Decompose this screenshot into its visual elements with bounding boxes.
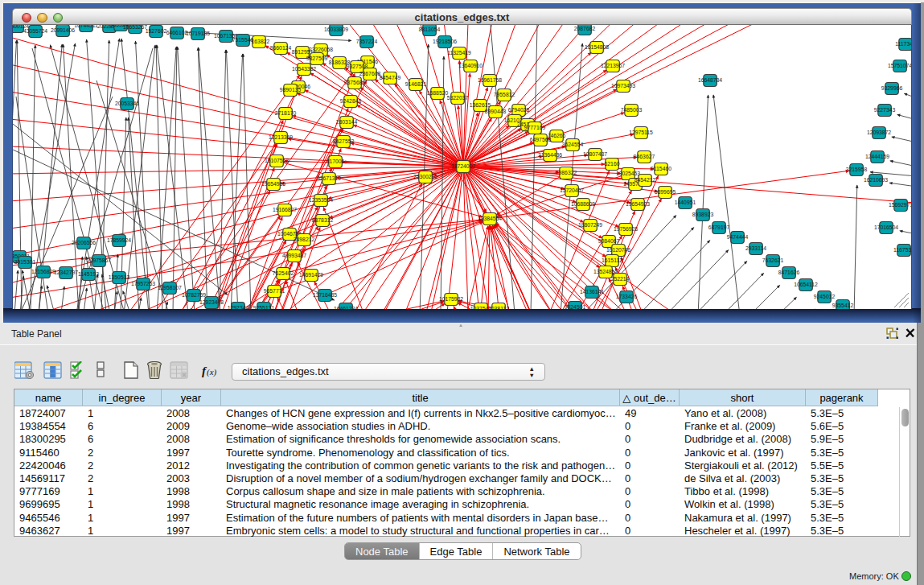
svg-text:1167534: 1167534 <box>893 247 911 253</box>
svg-text:1292344: 1292344 <box>228 305 249 309</box>
svg-text:6879197: 6879197 <box>708 225 730 230</box>
svg-text:16120746: 16120746 <box>606 247 630 253</box>
svg-text:10175982: 10175982 <box>439 296 463 302</box>
svg-text:1527602: 1527602 <box>146 28 167 34</box>
svg-text:1440951: 1440951 <box>675 200 696 205</box>
svg-text:2933114: 2933114 <box>745 245 766 251</box>
svg-text:10973493: 10973493 <box>611 83 635 89</box>
svg-text:9084067: 9084067 <box>598 238 620 244</box>
svg-text:(x): (x) <box>207 367 217 377</box>
svg-text:7632621: 7632621 <box>762 257 784 263</box>
svg-text:9463627: 9463627 <box>634 154 655 159</box>
svg-text:20975867: 20975867 <box>87 257 111 263</box>
svg-text:7955812: 7955812 <box>494 92 515 97</box>
svg-text:2803144: 2803144 <box>336 119 358 125</box>
svg-text:17016504: 17016504 <box>874 225 898 230</box>
svg-text:10654112: 10654112 <box>794 282 818 287</box>
svg-text:17859924: 17859924 <box>107 237 131 243</box>
svg-text:15720407: 15720407 <box>560 187 584 193</box>
svg-text:16033809: 16033809 <box>324 27 348 32</box>
svg-text:9375685: 9375685 <box>344 80 366 85</box>
svg-text:62160: 62160 <box>605 161 620 167</box>
svg-text:20991406: 20991406 <box>51 27 75 33</box>
svg-text:7485003: 7485003 <box>621 107 643 113</box>
svg-text:12213369: 12213369 <box>269 134 293 140</box>
svg-text:10653267: 10653267 <box>123 25 147 30</box>
svg-text:1117345: 1117345 <box>895 41 911 47</box>
svg-text:1588520: 1588520 <box>427 90 449 96</box>
svg-text:12923448: 12923448 <box>199 299 224 305</box>
svg-text:19166827: 19166827 <box>273 207 297 212</box>
svg-text:9657771: 9657771 <box>264 288 285 294</box>
svg-text:12213967: 12213967 <box>601 63 625 68</box>
svg-text:11325419: 11325419 <box>447 50 471 56</box>
svg-text:40993487: 40993487 <box>282 253 306 258</box>
svg-text:8427552: 8427552 <box>333 138 355 144</box>
svg-text:8454749: 8454749 <box>380 75 401 80</box>
svg-text:19384554: 19384554 <box>478 216 502 221</box>
svg-text:7357224: 7357224 <box>356 39 378 44</box>
svg-text:2087682: 2087682 <box>574 26 596 31</box>
svg-text:9777169: 9777169 <box>524 125 546 130</box>
svg-text:20206556: 20206556 <box>72 240 96 245</box>
svg-text:23226058: 23226058 <box>309 47 333 52</box>
svg-text:15751074: 15751074 <box>888 63 911 68</box>
svg-text:6466102: 6466102 <box>166 30 188 35</box>
svg-text:10807487: 10807487 <box>583 151 607 157</box>
svg-text:9890135: 9890135 <box>280 87 302 93</box>
svg-text:16154808: 16154808 <box>585 44 609 50</box>
svg-text:3624554: 3624554 <box>562 142 584 147</box>
svg-text:9255131: 9255131 <box>253 305 275 309</box>
svg-text:12353594: 12353594 <box>309 197 333 203</box>
svg-text:18807249: 18807249 <box>578 222 602 228</box>
svg-text:9115460: 9115460 <box>651 166 671 171</box>
svg-text:8471626: 8471626 <box>778 270 800 275</box>
svg-text:19654923: 19654923 <box>626 201 650 207</box>
svg-text:10025453: 10025453 <box>616 171 640 176</box>
svg-text:8878312: 8878312 <box>312 217 334 223</box>
svg-text:25300295: 25300295 <box>413 174 437 179</box>
svg-text:11958107: 11958107 <box>158 285 182 290</box>
svg-text:19218506: 19218506 <box>433 39 457 44</box>
svg-text:8454212: 8454212 <box>634 177 656 183</box>
svg-text:7515546: 7515546 <box>232 37 254 43</box>
svg-text:9245012: 9245012 <box>814 294 836 299</box>
svg-text:252214: 252214 <box>611 276 630 282</box>
svg-text:2367608: 2367608 <box>359 71 381 76</box>
svg-text:1362615: 1362615 <box>470 102 491 108</box>
svg-text:6794028: 6794028 <box>508 107 530 113</box>
svg-text:17957253: 17957253 <box>131 281 155 286</box>
svg-text:32671310: 32671310 <box>317 175 341 181</box>
svg-text:1350513: 1350513 <box>109 274 130 280</box>
svg-text:18724007: 18724007 <box>451 163 475 169</box>
svg-text:12156829: 12156829 <box>31 269 55 274</box>
svg-text:8990448: 8990448 <box>485 109 507 114</box>
svg-text:12342797: 12342797 <box>54 270 78 275</box>
svg-text:10461234: 10461234 <box>334 306 358 309</box>
svg-text:3215958: 3215958 <box>846 167 868 172</box>
svg-text:14136141: 14136141 <box>580 289 604 295</box>
svg-text:43055724: 43055724 <box>23 28 47 34</box>
svg-text:10688609: 10688609 <box>571 201 595 207</box>
svg-text:8660124: 8660124 <box>270 45 292 51</box>
svg-text:1038112: 1038112 <box>488 306 509 309</box>
svg-text:3498212: 3498212 <box>294 237 315 242</box>
svg-text:9242848: 9242848 <box>340 98 362 104</box>
svg-text:6497568: 6497568 <box>530 137 552 142</box>
svg-text:8813054: 8813054 <box>419 27 441 32</box>
svg-text:16210693: 16210693 <box>864 177 888 183</box>
svg-text:15692971: 15692971 <box>889 202 911 208</box>
svg-text:12093872: 12093872 <box>867 130 891 135</box>
svg-text:3915301: 3915301 <box>14 259 36 265</box>
svg-text:9329966: 9329966 <box>881 85 903 91</box>
svg-text:10543382: 10543382 <box>292 66 316 72</box>
svg-text:1733426: 1733426 <box>616 294 638 299</box>
svg-text:8938923: 8938923 <box>692 212 714 217</box>
svg-text:9024501: 9024501 <box>565 304 586 309</box>
svg-text:16648784: 16648784 <box>698 77 722 83</box>
svg-text:9355412: 9355412 <box>832 303 854 308</box>
svg-text:5322037: 5322037 <box>447 95 469 101</box>
svg-text:14691479: 14691479 <box>299 272 323 278</box>
svg-text:20053346: 20053346 <box>115 101 139 106</box>
svg-text:9474444: 9474444 <box>727 234 749 240</box>
